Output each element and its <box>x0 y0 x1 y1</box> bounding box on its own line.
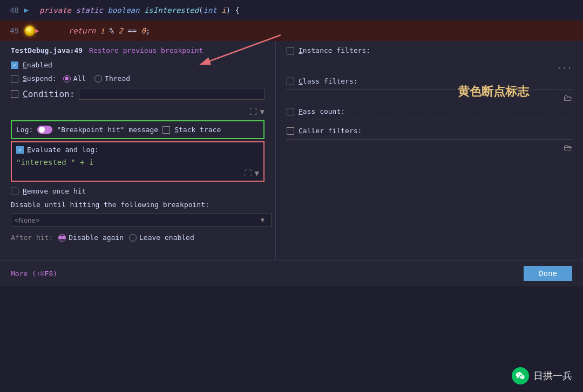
done-button[interactable]: Done <box>524 266 572 281</box>
evaluate-section: Evaluate and log: ⛶ ▼ <box>11 141 265 182</box>
suspend-label-text: Suspend: <box>23 74 57 82</box>
instance-filters-checkbox[interactable] <box>287 47 294 54</box>
enabled-label: EEnablednabled <box>23 61 52 69</box>
class-filters-label: Class filters: <box>299 77 358 85</box>
stack-trace-checkbox[interactable] <box>162 126 170 134</box>
caller-filters-label: Caller filters: <box>299 127 362 135</box>
line-number-48: 48 <box>0 0 24 20</box>
radio-all[interactable]: All <box>63 74 86 82</box>
file-info-line: TestDebug.java:49 Restore previous break… <box>11 46 265 54</box>
condition-checkbox[interactable] <box>11 90 18 98</box>
radio-disable-again[interactable]: Disable again <box>58 233 124 242</box>
radio-thread-label: Thread <box>105 74 130 82</box>
disable-until-label: Disable until hitting the following brea… <box>11 201 209 209</box>
caller-filters-row: Caller filters: <box>287 127 572 135</box>
class-filters-checkbox[interactable] <box>287 78 294 85</box>
remove-once-hit-row: Remove once hit <box>11 187 265 195</box>
log-message-label: "Breakpoint hit" message <box>57 126 158 134</box>
evaluate-checkbox[interactable] <box>16 146 24 154</box>
caller-filters-checkbox[interactable] <box>287 127 294 135</box>
eval-dropdown-icon[interactable]: ▼ <box>255 169 259 177</box>
line-number-49: 49 <box>0 20 24 41</box>
condition-input[interactable] <box>79 88 265 100</box>
condition-row: Condition: <box>11 88 265 100</box>
class-filters-folder-btn[interactable]: 🗁 <box>287 93 572 103</box>
caller-filters-folder-btn[interactable]: 🗁 <box>287 143 572 153</box>
evaluate-label: Evaluate and log: <box>27 146 99 154</box>
code-editor: 48 ▶ private static boolean isInterested… <box>0 0 583 41</box>
enabled-row: EEnablednabled <box>11 61 265 69</box>
dialog-right: Instance filters: ··· Class filters: 🗁 P… <box>275 41 583 260</box>
wechat-handle: 日拱一兵 <box>533 369 572 382</box>
wechat-icon <box>512 367 529 384</box>
class-filters-row: Class filters: <box>287 77 572 85</box>
chinese-annotation: 黄色断点标志 <box>458 84 529 100</box>
expand-icon[interactable]: ⛶ <box>249 107 257 116</box>
suspend-checkbox[interactable] <box>11 75 18 82</box>
pass-count-checkbox[interactable] <box>287 108 294 115</box>
more-link[interactable]: More (⇧⌘F8) <box>11 270 57 278</box>
leave-enabled-label: Leave enabled <box>139 233 194 242</box>
radio-disable-again-dot <box>58 234 66 242</box>
line-content-48: private static boolean isInterested(int … <box>35 0 583 20</box>
log-label: Log: <box>16 126 33 134</box>
suspend-radio-group: All Thread <box>63 74 130 82</box>
evaluate-body <box>16 158 259 167</box>
radio-leave-enabled[interactable]: Leave enabled <box>129 233 194 242</box>
disable-until-dropdown[interactable]: <None> <box>11 213 272 227</box>
after-hit-row: After hit: Disable again Leave enabled <box>11 233 265 242</box>
class-filters-divider <box>287 90 572 90</box>
log-toggle[interactable] <box>37 126 52 134</box>
pass-count-row: Pass count: <box>287 107 572 115</box>
after-hit-label: After hit: <box>11 233 53 242</box>
line-content-49: return i % 2 == 0; <box>46 20 583 41</box>
disable-until-row: Disable until hitting the following brea… <box>11 201 265 209</box>
radio-all-dot <box>63 75 71 82</box>
log-section: Log: "Breakpoint hit" message Stack trac… <box>11 120 265 139</box>
bottom-bar: More (⇧⌘F8) Done <box>0 260 583 286</box>
radio-leave-enabled-dot <box>129 234 137 242</box>
wechat-watermark: 日拱一兵 <box>512 367 572 384</box>
caller-filters-divider <box>287 139 572 140</box>
stack-trace-label: Stack trace <box>174 126 221 134</box>
radio-thread-dot <box>94 75 102 82</box>
radio-all-label: All <box>73 74 86 82</box>
pass-count-label: Pass count: <box>299 107 345 115</box>
breakpoint-dot <box>24 25 35 36</box>
code-line-48: 48 ▶ private static boolean isInterested… <box>0 0 583 20</box>
instance-filters-row: Instance filters: <box>287 46 572 54</box>
evaluate-input[interactable] <box>16 158 259 167</box>
dialog-left: TestDebug.java:49 Restore previous break… <box>0 41 275 260</box>
enabled-checkbox[interactable] <box>11 61 18 69</box>
line-arrow-49: ▶ <box>35 20 46 41</box>
radio-thread[interactable]: Thread <box>94 74 130 82</box>
code-line-49: 49 ▶ return i % 2 == 0; <box>0 20 583 41</box>
remove-once-hit-checkbox[interactable] <box>11 188 18 195</box>
line-arrow-48: ▶ <box>24 0 35 20</box>
log-row: Log: "Breakpoint hit" message Stack trac… <box>16 126 259 134</box>
disable-again-label: Disable again <box>69 233 124 242</box>
condition-label: Condition: <box>23 89 74 99</box>
dropdown-icon[interactable]: ▼ <box>260 107 265 116</box>
restore-link[interactable]: Restore previous breakpoint <box>89 46 203 54</box>
main-window: 48 ▶ private static boolean isInterested… <box>0 0 583 392</box>
dialog-area: TestDebug.java:49 Restore previous break… <box>0 41 583 260</box>
dropdown-row: <None> ▼ <box>11 213 265 227</box>
instance-filters-divider <box>287 59 572 59</box>
expand-row: ⛶ ▼ <box>11 107 265 116</box>
remove-once-hit-label: Remove once hit <box>23 187 86 195</box>
suspend-row: Suspend: All Thread <box>11 74 265 82</box>
eval-expand-row: ⛶ ▼ <box>16 169 259 177</box>
instance-filters-more-btn[interactable]: ··· <box>287 63 572 73</box>
eval-expand-icon[interactable]: ⛶ <box>244 169 252 177</box>
instance-filters-label: Instance filters: <box>299 46 370 54</box>
file-info-name: TestDebug.java:49 <box>11 46 83 54</box>
pass-count-divider <box>287 120 572 120</box>
evaluate-header: Evaluate and log: <box>16 146 259 154</box>
